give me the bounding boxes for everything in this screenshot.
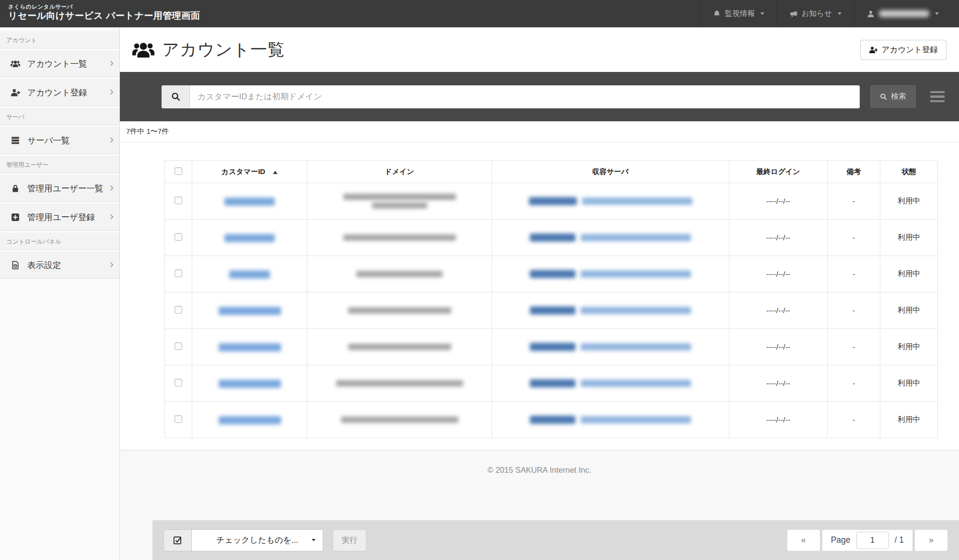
sidebar-item-admin-user-list[interactable]: 管理用ユーザー一覧› [0,175,119,202]
column-header-label: カスタマーID [222,167,265,175]
bell-icon [713,10,721,18]
server-host-link-redacted[interactable] [581,380,691,387]
column-header[interactable]: カスタマーID [192,161,307,183]
chevron-right-icon: › [110,86,114,99]
customer-id-link-redacted[interactable] [224,198,275,206]
domain-text-redacted [336,380,463,386]
menu-news[interactable]: お知らせ [777,0,854,27]
row-checkbox[interactable] [175,197,182,204]
customer-id-link-redacted[interactable] [229,270,270,279]
status-cell: 利用中 [880,292,938,329]
note-cell: - [828,183,880,220]
server-host-link-redacted[interactable] [581,270,691,278]
account-register-button[interactable]: アカウント登録 [860,40,947,60]
app: さくらのレンタルサーバ リセール向けサービス パートナー用管理画面 監視情報 お… [0,0,959,560]
status-cell: 利用中 [880,256,938,292]
server-name-redacted [530,306,575,315]
column-header[interactable]: 状態 [880,161,938,183]
customer-id-link-redacted[interactable] [219,343,281,351]
last-login-cell: ----/--/-- [729,329,828,365]
server-host-link-redacted[interactable] [581,416,691,423]
sidebar-item-display-settings[interactable]: 表示設定› [0,252,119,279]
column-header[interactable]: ドメイン [307,161,492,183]
page-number-input[interactable] [856,532,889,549]
row-checkbox[interactable] [175,342,182,350]
menu-label: お知らせ [802,9,832,19]
last-login-cell: ----/--/-- [729,220,828,256]
row-checkbox[interactable] [175,306,182,314]
bulk-action-select[interactable]: チェックしたものを... [191,529,323,551]
note-cell: - [828,402,880,438]
users-icon [132,41,154,59]
table-header-row: カスタマーIDドメイン収容サーバ最終ログイン備考状態 [165,161,938,183]
chevron-right-icon: › [110,182,114,195]
sidebar-item-account-register[interactable]: アカウント登録› [0,79,119,106]
server-cell [492,183,729,220]
customer-id-cell [192,220,307,256]
customer-id-cell [192,402,307,438]
customer-id-link-redacted[interactable] [219,307,281,315]
note-cell: - [828,365,880,402]
server-host-link-redacted[interactable] [581,307,691,314]
column-header[interactable]: 収容サーバ [492,161,729,183]
sidebar-item-label: 表示設定 [27,259,110,271]
note-cell: - [828,220,880,256]
execute-button[interactable]: 実行 [333,529,366,551]
page-label: Page [831,535,851,545]
user-name-redacted [879,10,929,17]
user-plus-icon [869,46,877,54]
chevron-down-icon [935,12,939,15]
server-cell [492,292,729,329]
column-header[interactable]: 最終ログイン [729,161,828,183]
chevron-right-icon: › [110,134,114,147]
chevron-right-icon: › [110,57,114,70]
menu-monitoring[interactable]: 監視情報 [700,0,777,27]
customer-id-cell [192,329,307,365]
table-row: ----/--/---利用中 [165,402,938,438]
sidebar-item-account-list[interactable]: アカウント一覧› [0,50,119,77]
sidebar-item-admin-user-register[interactable]: 管理用ユーザ登録› [0,204,119,231]
domain-cell [307,329,492,365]
brand-title: リセール向けサービス パートナー用管理画面 [8,10,700,22]
last-login-cell: ----/--/-- [729,292,828,329]
column-header-label: 最終ログイン [756,167,800,175]
megaphone-icon [790,10,797,18]
sidebar-item-label: 管理用ユーザ登録 [27,211,110,223]
row-checkbox[interactable] [175,415,182,423]
customer-id-link-redacted[interactable] [219,380,281,388]
customer-id-link-redacted[interactable] [224,234,275,242]
row-checkbox[interactable] [175,233,182,241]
sidebar-item-server-list[interactable]: サーバ一覧› [0,127,119,154]
domain-text-redacted [348,344,451,350]
customer-id-link-redacted[interactable] [219,416,281,424]
server-host-link-redacted[interactable] [581,343,691,350]
server-icon [11,136,23,145]
server-host-link-redacted[interactable] [581,234,691,241]
person-icon [867,10,875,18]
bottom-action-bar: チェックしたものを... 実行 « Page / 1 » [152,520,959,560]
search-input[interactable] [190,85,860,108]
search-bar: 検索 [120,72,959,121]
server-host-link-redacted[interactable] [582,198,692,205]
menu-user-account[interactable] [854,0,959,27]
note-cell: - [828,329,880,365]
row-checkbox[interactable] [175,379,182,386]
next-page-button[interactable]: » [914,529,948,551]
sort-asc-icon [273,171,278,174]
result-count: 7件中 1〜7件 [120,121,959,142]
sidebar-section-label: サーバ [0,108,119,125]
prev-page-button[interactable]: « [787,529,820,551]
search-button[interactable]: 検索 [870,85,916,108]
menu-toggle-icon[interactable] [930,91,945,103]
table-row: ----/--/---利用中 [165,183,938,220]
table-row: ----/--/---利用中 [165,220,938,256]
server-name-redacted [530,343,575,351]
page-title-bar: アカウント一覧 アカウント登録 [120,27,959,72]
server-name-redacted [529,197,577,205]
last-login-cell: ----/--/-- [729,402,828,438]
status-cell: 利用中 [880,183,938,220]
select-all-checkbox[interactable] [175,167,182,175]
plus-square-icon [11,213,23,222]
column-header[interactable]: 備考 [828,161,880,183]
row-checkbox[interactable] [175,269,182,277]
